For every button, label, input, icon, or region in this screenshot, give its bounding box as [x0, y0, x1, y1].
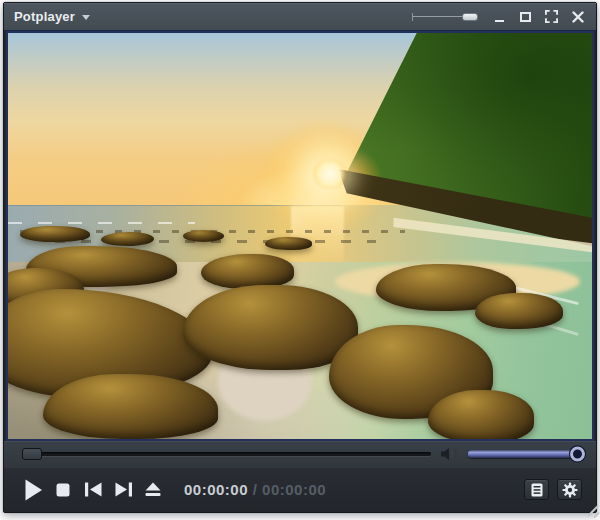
- resize-grip[interactable]: [584, 503, 599, 518]
- control-bar: 00:00:00 / 00:00:00: [4, 467, 596, 512]
- scene-rock: [20, 226, 90, 242]
- minimize-button[interactable]: [491, 8, 508, 25]
- seekbar-thumb[interactable]: [22, 448, 42, 460]
- previous-button[interactable]: [78, 474, 108, 506]
- stop-button[interactable]: [48, 474, 78, 506]
- seek-row: [4, 441, 596, 467]
- utility-buttons: [524, 479, 582, 500]
- playlist-icon: [531, 483, 543, 497]
- scene-rock: [428, 390, 533, 439]
- scene-rock: [183, 285, 358, 370]
- time-total: 00:00:00: [262, 481, 326, 498]
- scene-rock: [201, 254, 294, 289]
- settings-button[interactable]: [557, 479, 582, 500]
- video-display[interactable]: [8, 33, 592, 439]
- time-display: 00:00:00 / 00:00:00: [184, 481, 326, 498]
- fullscreen-icon: [545, 10, 558, 23]
- minimize-icon: [495, 20, 504, 22]
- skip-forward-icon: [115, 482, 132, 497]
- time-current: 00:00:00: [184, 481, 248, 498]
- volume-knob[interactable]: [570, 447, 585, 462]
- scene-rock: [43, 374, 218, 439]
- volume-track[interactable]: [468, 450, 578, 458]
- volume-icon[interactable]: [441, 447, 461, 461]
- scene-rock: [265, 237, 312, 250]
- app-title: Potplayer: [14, 9, 75, 24]
- seekbar[interactable]: [22, 447, 431, 461]
- fullscreen-button[interactable]: [543, 8, 560, 25]
- potplayer-window: Potplayer: [3, 2, 597, 513]
- eject-icon: [145, 482, 161, 497]
- scene-rock: [101, 232, 154, 246]
- volume-slider[interactable]: [468, 447, 578, 461]
- gear-icon: [562, 482, 578, 498]
- scene-surf-line: [8, 222, 195, 224]
- volume-group: [441, 447, 578, 461]
- window-controls: [412, 8, 586, 25]
- seekbar-track[interactable]: [22, 452, 431, 456]
- maximize-icon: [520, 12, 531, 22]
- playlist-button[interactable]: [524, 479, 549, 500]
- next-button[interactable]: [108, 474, 138, 506]
- titlebar[interactable]: Potplayer: [4, 3, 596, 31]
- skip-back-icon: [85, 482, 102, 497]
- maximize-button[interactable]: [517, 8, 534, 25]
- opacity-slider-handle[interactable]: [462, 13, 478, 21]
- time-separator: /: [253, 481, 262, 498]
- opacity-slider[interactable]: [412, 11, 478, 23]
- opacity-slider-tick: [412, 13, 413, 21]
- close-icon: [572, 11, 584, 23]
- chevron-down-icon: [82, 15, 90, 20]
- play-button[interactable]: [18, 474, 48, 506]
- scene-rock: [475, 293, 563, 330]
- video-frame: [6, 31, 594, 441]
- play-icon: [24, 479, 43, 501]
- stop-icon: [56, 483, 70, 497]
- eject-button[interactable]: [138, 474, 168, 506]
- close-button[interactable]: [569, 8, 586, 25]
- app-menu-button[interactable]: Potplayer: [14, 9, 90, 24]
